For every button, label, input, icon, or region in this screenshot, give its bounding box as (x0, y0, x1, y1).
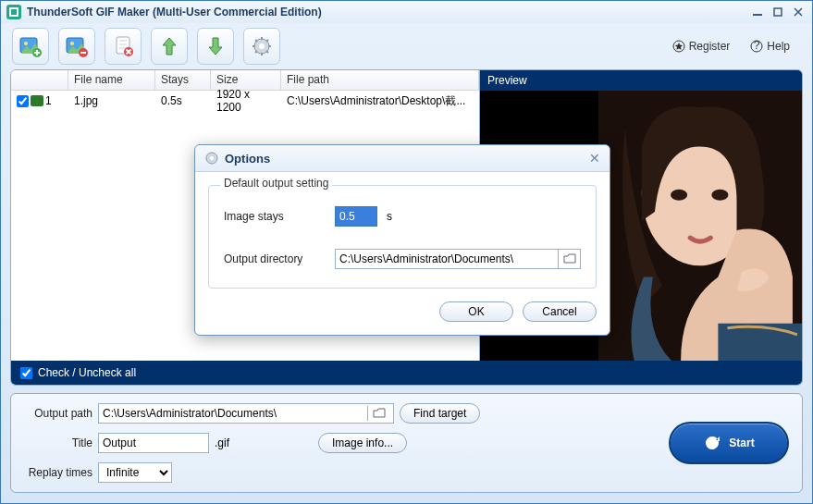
col-header-stays[interactable]: Stays (155, 70, 211, 90)
replay-select[interactable]: Infinite (98, 462, 172, 483)
col-header-path[interactable]: File path (281, 70, 479, 90)
preview-title: Preview (480, 70, 802, 91)
col-header-name[interactable]: File name (68, 70, 155, 90)
ok-button[interactable]: OK (439, 301, 513, 322)
find-target-button[interactable]: Find target (400, 403, 480, 424)
svg-point-9 (70, 42, 74, 45)
svg-text:?: ? (754, 40, 760, 52)
row-checkbox[interactable] (17, 95, 29, 107)
output-dir-label: Output directory (224, 252, 326, 265)
dialog-title: Options (225, 152, 589, 166)
fieldset-legend: Default output setting (220, 177, 332, 190)
title-ext: .gif (215, 436, 229, 449)
browse-output-icon[interactable] (367, 406, 389, 421)
register-icon (672, 40, 685, 53)
dialog-close-icon[interactable]: ✕ (589, 151, 600, 166)
dialog-icon (204, 151, 219, 166)
output-dir-input[interactable] (336, 250, 558, 268)
check-all-label: Check / Uncheck all (38, 366, 136, 379)
minimize-button[interactable] (749, 6, 766, 18)
options-dialog: Options ✕ Default output setting Image s… (194, 144, 610, 336)
cancel-button[interactable]: Cancel (523, 301, 597, 322)
output-dir-field[interactable] (335, 249, 581, 269)
start-button[interactable]: Start (669, 422, 789, 464)
remove-file-button[interactable] (58, 28, 95, 65)
svg-point-6 (24, 42, 28, 45)
image-type-icon (31, 95, 43, 106)
window-title: ThunderSoft GIF Maker (Multi-User Commer… (27, 6, 745, 18)
check-all-checkbox[interactable] (20, 367, 32, 379)
title-label: Title (24, 436, 92, 449)
image-stays-label: Image stays (224, 210, 326, 223)
table-row[interactable]: 1 1.jpg 0.5s 1920 x 1200 C:\Users\Admini… (11, 91, 479, 111)
svg-rect-2 (11, 9, 17, 15)
image-info-button[interactable]: Image info... (318, 433, 407, 453)
svg-rect-3 (753, 14, 762, 16)
svg-point-21 (711, 190, 728, 201)
output-path-field[interactable] (98, 403, 394, 424)
replay-label: Replay times (24, 466, 92, 479)
close-button[interactable] (790, 6, 807, 18)
add-file-button[interactable] (12, 28, 49, 65)
settings-button[interactable] (243, 28, 280, 65)
maximize-button[interactable] (770, 6, 786, 18)
svg-point-20 (671, 190, 687, 201)
browse-dir-icon[interactable] (558, 250, 580, 268)
svg-rect-4 (774, 8, 782, 16)
default-output-fieldset: Default output setting Image stays s Out… (208, 185, 597, 289)
image-stays-unit: s (387, 210, 392, 223)
help-link[interactable]: ?Help (750, 40, 790, 53)
toolbar: Register ?Help (1, 23, 812, 69)
output-path-label: Output path (24, 407, 92, 420)
svg-point-24 (210, 156, 214, 160)
output-panel: Output path Find target Title .gif Image… (10, 393, 803, 493)
move-down-button[interactable] (197, 28, 234, 65)
app-icon (6, 5, 21, 19)
output-path-input[interactable] (103, 406, 367, 421)
register-link[interactable]: Register (672, 40, 731, 53)
check-all-bar: Check / Uncheck all (11, 361, 802, 385)
svg-point-14 (259, 43, 265, 49)
dialog-titlebar: Options ✕ (195, 145, 610, 172)
help-icon: ? (750, 40, 763, 53)
delete-button[interactable] (105, 28, 142, 65)
title-input[interactable] (98, 433, 209, 453)
image-stays-input[interactable] (335, 206, 377, 227)
start-icon (703, 434, 721, 452)
move-up-button[interactable] (151, 28, 188, 65)
titlebar: ThunderSoft GIF Maker (Multi-User Commer… (1, 1, 812, 23)
